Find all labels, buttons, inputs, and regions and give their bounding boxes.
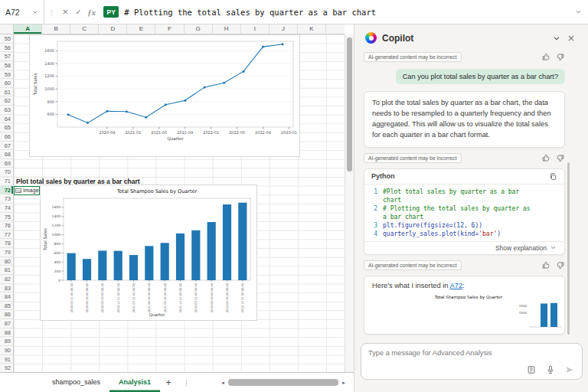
row-header-61[interactable]: 61 [0,88,13,97]
horizontal-scrollbar-thumb[interactable] [228,379,338,386]
row-header-87[interactable]: 87 [0,319,13,328]
row-header-77[interactable]: 77 [0,230,13,240]
select-all-corner[interactable] [0,24,14,34]
row-header-80[interactable]: 80 [0,257,13,266]
sheet-options-icon[interactable]: ⋮ [183,379,190,387]
insert-function-button[interactable]: ƒx [85,8,98,17]
show-explanation-button[interactable]: Show explanation [495,244,547,252]
row-header-73[interactable]: 73 [0,194,13,204]
formula-input[interactable]: # Plotting the total sales by quarter as… [124,8,575,17]
vertical-scrollbar[interactable] [345,34,354,372]
row-header-68[interactable]: 68 [0,150,13,159]
copilot-scrollbar-thumb[interactable] [567,162,570,335]
row-header-62[interactable]: 62 [0,96,13,106]
microphone-icon[interactable] [546,365,555,374]
vertical-scrollbar-thumb[interactable] [347,38,352,172]
row-header-74[interactable]: 74 [0,204,13,213]
column-header-d[interactable]: D [99,24,127,34]
message-input[interactable] [368,349,552,369]
row-header-66[interactable]: 66 [0,132,13,142]
column-headers: ABCDEFGHIJK [0,24,345,34]
row-header-83[interactable]: 83 [0,284,13,293]
thumbs-down-icon[interactable] [557,53,565,61]
python-badge[interactable]: PY [103,6,119,18]
code-card: Python 1#Plot total sales by quarter as … [364,168,565,255]
column-header-e[interactable]: E [127,24,155,34]
row-header-81[interactable]: 81 [0,266,13,275]
column-header-k[interactable]: K [298,24,326,34]
row-header-91[interactable]: 91 [0,355,13,364]
row-header-75[interactable]: 75 [0,213,13,222]
column-header-h[interactable]: H [213,24,241,34]
copilot-scrollbar[interactable] [567,162,570,335]
row-header-56[interactable]: 56 [0,44,13,53]
sheet-tab-analysis1[interactable]: Analysis1 [109,373,160,392]
column-header-j[interactable]: J [270,24,298,34]
cancel-button[interactable]: ✕ [59,8,72,16]
row-header-90[interactable]: 90 [0,346,13,355]
name-box[interactable]: A72 [0,0,44,24]
row-header-76[interactable]: 76 [0,221,13,230]
expand-formula-bar-icon[interactable] [575,8,582,15]
code-lines[interactable]: 1#Plot total sales by quarter as a bar c… [364,185,564,241]
row-header-63[interactable]: 63 [0,106,13,115]
column-header-a[interactable]: A [14,24,42,34]
scroll-right-icon[interactable]: ► [340,381,348,385]
row-header-79[interactable]: 79 [0,248,13,257]
row-header-55[interactable]: 55 [0,34,13,44]
row-header-58[interactable]: 58 [0,61,13,70]
row-header-78[interactable]: 78 [0,239,13,248]
thumbs-up-icon[interactable] [541,154,550,162]
line-chart: 60080010001200140016002020-092021-012021… [30,35,299,155]
row-header-89[interactable]: 89 [0,337,13,346]
row-header-59[interactable]: 59 [0,70,13,80]
row-header-67[interactable]: 67 [0,142,13,151]
line-chart-object[interactable]: 60080010001200140016002020-092021-012021… [29,34,300,157]
row-header-57[interactable]: 57 [0,52,13,61]
excel-window: A72 ⋮ ✕ ✓ ƒx PY # Plotting the total sal… [0,0,588,392]
column-header-i[interactable]: I [241,24,270,34]
column-header-f[interactable]: F [155,24,184,34]
row-header-84[interactable]: 84 [0,292,13,302]
row-header-65[interactable]: 65 [0,123,13,132]
svg-text:2023-01: 2023-01 [281,130,297,135]
thumbs-down-icon[interactable] [557,261,565,270]
row-header-69[interactable]: 69 [0,159,13,168]
thumbs-up-icon[interactable] [541,261,550,270]
selected-cell-a72[interactable]: Image [14,186,40,196]
column-header-c[interactable]: C [70,24,99,34]
row-header-86[interactable]: 86 [0,310,13,319]
bar-chart-object[interactable]: Total Shampoo Sales by Quarter0200400600… [40,185,257,321]
collapse-panel-icon[interactable] [552,34,561,43]
send-icon[interactable] [565,365,574,374]
row-header-72[interactable]: 72 [0,186,13,195]
cell-link-a72[interactable]: A72 [450,282,463,289]
copilot-title: Copilot [382,33,413,44]
copy-code-icon[interactable] [549,172,557,181]
thumbs-down-icon[interactable] [557,154,565,162]
close-panel-icon[interactable] [567,34,576,43]
row-header-85[interactable]: 85 [0,302,13,311]
column-header-b[interactable]: B [42,24,70,34]
add-sheet-button[interactable]: + [160,377,177,388]
row-header-60[interactable]: 60 [0,79,13,88]
chevron-down-icon[interactable] [550,244,557,251]
column-header-g[interactable]: G [185,24,213,34]
horizontal-scrollbar[interactable]: ◄ ► [219,377,348,387]
prompt-library-icon[interactable] [527,365,536,374]
svg-text:2022-09-30 00:00:00: 2022-09-30 00:00:00 [226,283,229,312]
row-header-88[interactable]: 88 [0,328,13,338]
copilot-input-box[interactable] [361,343,583,380]
thumbs-up-icon[interactable] [541,53,550,61]
svg-text:2022-05: 2022-05 [229,130,245,135]
code-card-header: Python [364,169,564,185]
enter-button[interactable]: ✓ [72,8,85,16]
sheet-tab-shampoo-sales[interactable]: shampoo_sales [43,373,109,392]
row-header-64[interactable]: 64 [0,115,13,124]
row-header-92[interactable]: 92 [0,364,13,372]
row-header-71[interactable]: 71 [0,177,13,186]
row-header-70[interactable]: 70 [0,168,13,177]
spreadsheet-grid[interactable]: 5556575859606162636465666768697071727374… [0,34,345,372]
row-header-82[interactable]: 82 [0,275,13,284]
scroll-left-icon[interactable]: ◄ [219,381,227,385]
